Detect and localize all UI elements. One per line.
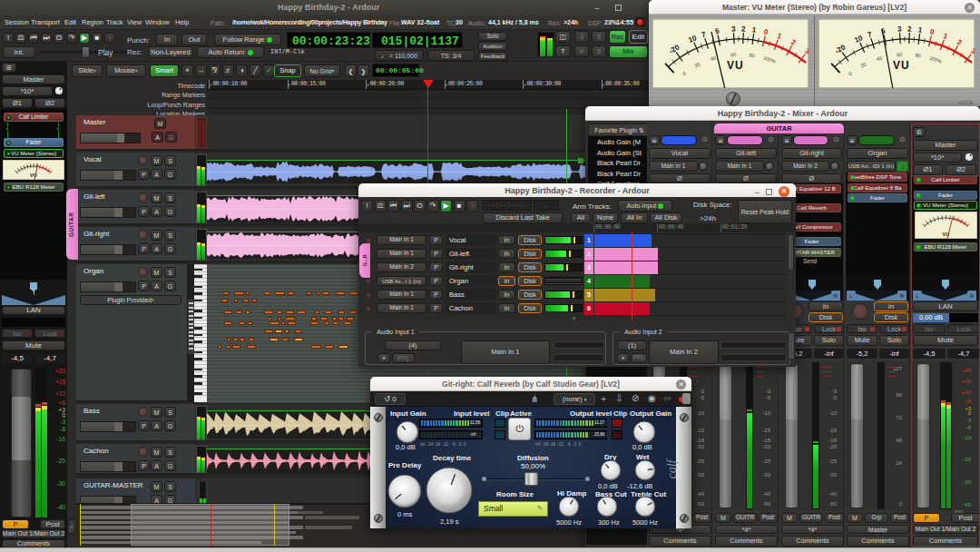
svg-text:80: 80 <box>749 53 755 59</box>
svg-text:60: 60 <box>730 52 737 57</box>
svg-text:VU: VU <box>893 59 910 72</box>
svg-text:60: 60 <box>897 52 903 57</box>
svg-text:80: 80 <box>915 53 921 59</box>
svg-text:VU: VU <box>727 59 744 72</box>
